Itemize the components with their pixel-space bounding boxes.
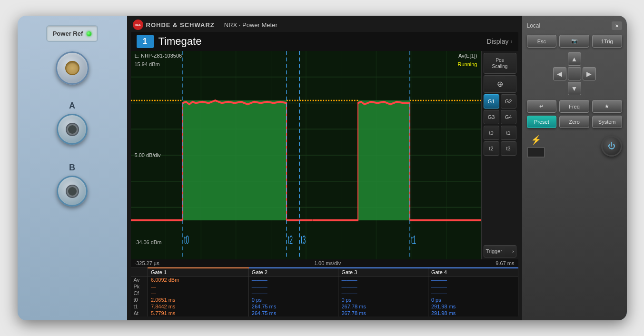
gate4-t0: 0 ps (428, 296, 518, 303)
nav-down-icon: ▼ (571, 85, 578, 92)
screen-area: 1 Timegate Display › E: NRP-Z81-103506 (131, 32, 518, 316)
svg-text:t0: t0 (184, 233, 188, 246)
g2-btn[interactable]: G2 (501, 94, 516, 109)
t2-btn[interactable]: t2 (484, 141, 499, 156)
nav-empty-br (583, 82, 596, 95)
esc-button[interactable]: Esc (527, 35, 557, 48)
gate1-header: Gate 1 (148, 268, 249, 277)
connector-inner-a (66, 123, 79, 136)
right-panel: Local ✕ Esc 📷 1Trig ▲ ◀ (522, 16, 627, 320)
one-trig-button[interactable]: 1Trig (592, 35, 622, 48)
rs-icon: R&S (133, 20, 143, 30)
freq-button[interactable]: Freq (559, 100, 589, 113)
gate3-pk: ——— (338, 283, 428, 290)
enter-button[interactable]: ↵ (527, 100, 557, 113)
waveform-area: E: NRP-Z81-103506 Av(E[1]) Running 15.94… (131, 51, 481, 259)
label-t0: t0 (131, 296, 148, 303)
nav-empty-tl (553, 52, 566, 66)
sensor-label: E: NRP-Z81-103506 (135, 53, 182, 59)
label-dt: Δt (131, 310, 148, 316)
svg-text:t1: t1 (411, 233, 416, 246)
instrument-body: Power Ref A B (18, 16, 627, 320)
gate1-dt: 5.7791 ms (148, 310, 249, 316)
btn-row-top: Esc 📷 1Trig (527, 35, 622, 48)
g1-btn[interactable]: G1 (484, 94, 499, 109)
data-table: Gate 1 Gate 2 Gate 3 Gate 4 Av 6.0092 dB… (131, 267, 518, 316)
nav-empty-bl (553, 82, 566, 95)
gate4-av: ——— (428, 277, 518, 284)
connector-port-top (56, 51, 89, 85)
power-ref-box: Power Ref (46, 25, 99, 42)
connector-port-b (57, 176, 88, 207)
nav-right-button[interactable]: ▶ (583, 67, 596, 80)
channel-badge: 1 (137, 35, 154, 48)
bottom-row: ⚡ ⏻ (527, 135, 622, 158)
t0-btn[interactable]: t0 (484, 126, 499, 140)
t3-btn[interactable]: t3 (501, 141, 516, 156)
pos-scaling-btn[interactable]: Pos Scaling (484, 53, 516, 74)
gate4-dt: 291.98 ms (428, 310, 518, 316)
nav-empty-tr (583, 52, 596, 66)
local-label: Local (527, 22, 541, 29)
close-button[interactable]: ✕ (612, 21, 622, 30)
label-av: Av (131, 277, 148, 284)
svg-marker-15 (183, 100, 287, 220)
screen-titlebar: 1 Timegate Display › (131, 32, 518, 51)
gate4-pk: ——— (428, 283, 518, 290)
nav-left-button[interactable]: ◀ (553, 67, 566, 80)
preset-button[interactable]: Preset (527, 116, 557, 128)
g3-btn[interactable]: G3 (484, 110, 499, 124)
power-ref-led (87, 31, 91, 36)
gate3-t1: 267.78 ms (338, 303, 428, 310)
gate2-dt: 264.75 ms (248, 310, 338, 316)
time-row-01: t0 t1 (484, 126, 516, 140)
gate-row-12: G1 G2 (484, 94, 516, 109)
power-button[interactable]: ⏻ (601, 136, 622, 157)
g4-btn[interactable]: G4 (501, 110, 516, 124)
waveform-labels: E: NRP-Z81-103506 Av(E[1]) (135, 53, 477, 59)
gate1-cf: — (148, 290, 249, 296)
port-a-label: A (69, 101, 75, 111)
display-header: R&S ROHDE & SCHWARZ NRX · Power Meter (127, 16, 522, 32)
svg-text:t3: t3 (301, 233, 306, 246)
data-table-area: Gate 1 Gate 2 Gate 3 Gate 4 Av 6.0092 dB… (131, 267, 518, 316)
table-row-av: Av 6.0092 dBm ——— ——— ——— (131, 277, 518, 284)
gate4-t1: 291.98 ms (428, 303, 518, 310)
nav-left-icon: ◀ (557, 70, 562, 78)
star-button[interactable]: ★ (592, 100, 622, 113)
label-t1: t1 (131, 303, 148, 310)
nav-up-button[interactable]: ▲ (568, 52, 581, 66)
gate3-t0: 0 ps (338, 296, 428, 303)
connector-port-a (57, 114, 88, 145)
camera-button[interactable]: 📷 (559, 35, 589, 48)
product-title: NRX · Power Meter (224, 21, 277, 29)
center-display: R&S ROHDE & SCHWARZ NRX · Power Meter 1 … (127, 16, 522, 320)
gate2-cf: ——— (248, 290, 338, 296)
rohde-schwarz-logo: R&S ROHDE & SCHWARZ (133, 20, 215, 30)
trigger-btn[interactable]: Trigger › (484, 245, 516, 257)
display-button[interactable]: Display › (487, 38, 513, 45)
move-btn[interactable]: ⊕ (484, 75, 516, 93)
gate4-cf: ——— (428, 290, 518, 296)
gate3-av: ——— (338, 277, 428, 284)
av-label: Av(E[1]) (458, 53, 477, 59)
connector-pins-a (68, 125, 77, 134)
svg-text:t2: t2 (287, 233, 292, 246)
gate1-av: 6.0092 dBm (148, 277, 249, 284)
gate3-dt: 267.78 ms (338, 310, 428, 316)
gate2-t0: 0 ps (248, 296, 338, 303)
gate4-header: Gate 4 (428, 268, 518, 277)
x-axis-left: -325.27 µs (135, 260, 159, 266)
zero-button[interactable]: Zero (559, 116, 589, 128)
nav-down-button[interactable]: ▼ (568, 82, 581, 95)
t1-btn[interactable]: t1 (501, 126, 516, 140)
power-icon: ⏻ (608, 142, 615, 150)
chevron-right-icon: › (511, 38, 513, 45)
system-button[interactable]: System (592, 116, 622, 128)
btn-row-preset: Preset Zero System (527, 116, 622, 128)
x-axis-right: 9.67 ms (495, 260, 514, 266)
table-row-pk: Pk — ——— ——— ——— (131, 283, 518, 290)
nav-center-button[interactable] (568, 67, 581, 80)
connector-inner-top (65, 61, 79, 75)
gate1-t1: 7.8442 ms (148, 303, 249, 310)
